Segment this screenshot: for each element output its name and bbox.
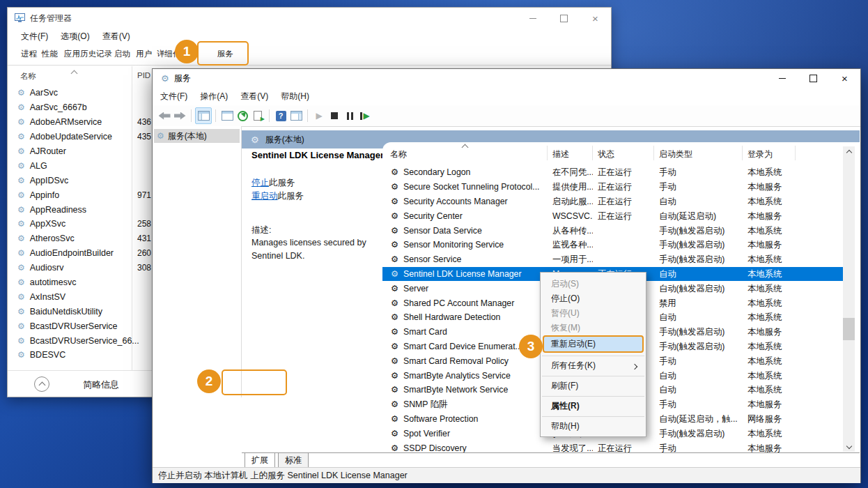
collapse-details-label[interactable]: 简略信息 <box>83 379 119 391</box>
tab-性能[interactable]: 性能 <box>40 47 60 61</box>
gear-icon <box>17 337 25 345</box>
cell-startup: 自动 <box>659 312 676 323</box>
cell-name: Shared PC Account Manager <box>403 298 514 308</box>
column-header-desc[interactable]: 描述 <box>552 148 569 160</box>
scroll-down-button[interactable] <box>843 440 855 452</box>
task-manager-caption-buttons: × <box>517 8 611 29</box>
forward-button[interactable] <box>172 108 187 123</box>
svc-menu-item-2[interactable]: 查看(V) <box>234 91 274 102</box>
view-tabs-strip: 扩展标准 <box>242 452 860 468</box>
close-button[interactable]: × <box>580 8 611 29</box>
cell-name: Sensor Service <box>403 254 461 264</box>
tab-应用历史记录[interactable]: 应用历史记录 <box>62 47 114 61</box>
start-service-button[interactable]: ▶ <box>311 108 327 123</box>
menu-item-停止(O)[interactable]: 停止(O) <box>541 291 646 306</box>
service-name: BcastDVRUserService_66... <box>30 336 139 346</box>
cell-logon: 本地服务 <box>747 210 782 222</box>
cell-logon: 本地系统 <box>747 312 782 323</box>
restart-icon: ▶ <box>360 111 369 121</box>
restart-service-link[interactable]: 重启动 <box>251 191 278 201</box>
refresh-button[interactable] <box>235 108 250 123</box>
export-list-button[interactable] <box>250 108 265 123</box>
close-button[interactable]: × <box>829 69 860 87</box>
cell-desc: WSCSVC... <box>552 211 593 221</box>
tm-menu-item-2[interactable]: 查看(V) <box>96 31 137 43</box>
tab-进程[interactable]: 进程 <box>19 47 39 61</box>
gear-icon <box>391 328 398 336</box>
vertical-scrollbar[interactable] <box>843 146 855 452</box>
maximize-button[interactable] <box>548 8 580 29</box>
svc-menu-item-3[interactable]: 帮助(H) <box>274 91 316 102</box>
menu-item-重新启动(E)[interactable]: 重新启动(E) <box>543 335 644 353</box>
minimize-button[interactable] <box>766 69 798 87</box>
task-manager-icon <box>15 13 25 23</box>
services-toolbar: ? ▶ ▶ <box>153 105 860 127</box>
stop-service-button[interactable] <box>327 108 342 123</box>
cell-desc: 一项用于... <box>552 254 593 266</box>
tm-menu-item-0[interactable]: 文件(F) <box>15 31 54 43</box>
table-row[interactable]: Security Accounts Manager启动此服...正在运行自动本地… <box>382 195 860 209</box>
cell-name: SNMP 陷阱 <box>403 399 447 411</box>
selected-service-name: Sentinel LDK License Manager <box>251 150 384 160</box>
service-name: AudioEndpointBuilder <box>30 248 114 258</box>
restart-service-button[interactable]: ▶ <box>357 108 373 123</box>
gear-icon <box>391 241 398 249</box>
gear-icon <box>17 307 25 316</box>
cell-logon: 本地服务 <box>747 399 782 411</box>
cell-startup: 手动 <box>659 399 676 411</box>
cell-name: SmartByte Analytics Service <box>403 371 511 381</box>
scroll-up-button[interactable] <box>843 146 855 158</box>
back-button[interactable] <box>157 108 172 123</box>
show-console-tree-button[interactable] <box>195 107 212 124</box>
cell-desc: 启动此服... <box>552 195 593 207</box>
service-name: AppXSvc <box>30 219 65 229</box>
cell-logon: 本地系统 <box>747 224 782 236</box>
show-action-pane-button[interactable] <box>288 108 304 123</box>
table-row[interactable]: Security CenterWSCSVC...正在运行自动(延迟启动)本地服务 <box>382 208 860 223</box>
tm-menu-item-1[interactable]: 选项(O) <box>54 31 95 43</box>
maximize-button[interactable] <box>798 69 829 87</box>
services-app-icon <box>161 74 169 83</box>
column-header-name[interactable]: 名称 <box>20 71 36 82</box>
table-row[interactable]: SSDP Discovery当发现了...正在运行手动本地服务 <box>382 441 860 452</box>
table-row[interactable]: Sensor Monitoring Service监视各种...手动(触发器启动… <box>382 238 860 252</box>
service-name: AarSvc_6667b <box>30 102 87 112</box>
pause-service-button[interactable] <box>342 108 357 123</box>
table-row[interactable]: Sensor Service一项用于...手动(触发器启动)本地系统 <box>382 252 860 267</box>
table-row[interactable]: Sensor Data Service从各种传...手动(触发器启动)本地系统 <box>382 223 860 238</box>
tree-item-services-local[interactable]: 服务(本地) <box>154 129 240 143</box>
cell-logon: 本地服务 <box>747 326 782 338</box>
gear-icon <box>251 135 259 144</box>
service-name: AarSvc <box>30 88 58 98</box>
tab-用户[interactable]: 用户 <box>134 47 154 61</box>
gear-icon <box>391 168 398 176</box>
svc-menu-item-1[interactable]: 操作(A) <box>194 91 234 102</box>
collapse-details-button[interactable] <box>34 376 49 392</box>
column-header-status[interactable]: 状态 <box>598 148 614 160</box>
service-name: autotimesvc <box>30 277 77 287</box>
stop-service-link[interactable]: 停止 <box>251 178 269 188</box>
menu-item-所有任务(K)[interactable]: 所有任务(K) <box>541 358 646 373</box>
pane-header-label: 服务(本地) <box>265 134 304 146</box>
help-button[interactable]: ? <box>273 108 288 123</box>
menu-item-刷新(F)[interactable]: 刷新(F) <box>541 379 646 393</box>
column-header-name[interactable]: 名称 <box>390 148 407 160</box>
menu-item-启动(S): 启动(S) <box>541 277 646 291</box>
callout-step-3: 3 <box>519 335 543 358</box>
column-header-logon[interactable]: 登录为 <box>747 148 773 160</box>
svc-menu-item-0[interactable]: 文件(F) <box>154 91 194 102</box>
menu-item-帮助(H)[interactable]: 帮助(H) <box>541 419 646 434</box>
cell-startup: 手动(触发器启动) <box>659 326 724 338</box>
column-header-startup[interactable]: 启动类型 <box>659 148 692 160</box>
tab-启动[interactable]: 启动 <box>112 47 132 61</box>
gear-icon <box>17 351 25 359</box>
table-row[interactable]: Secondary Logon在不同凭...正在运行手动本地系统 <box>382 165 860 180</box>
services-title: 服务 <box>174 73 191 84</box>
table-row[interactable]: Secure Socket Tunneling Protocol...提供使用.… <box>382 180 860 195</box>
minimize-button[interactable] <box>517 8 548 29</box>
menu-item-属性(R)[interactable]: 属性(R) <box>541 399 646 413</box>
service-name: AppReadiness <box>30 205 86 215</box>
scrollbar-thumb[interactable] <box>843 318 855 340</box>
column-header-pid[interactable]: PID <box>137 71 150 79</box>
properties-button[interactable] <box>219 108 235 123</box>
